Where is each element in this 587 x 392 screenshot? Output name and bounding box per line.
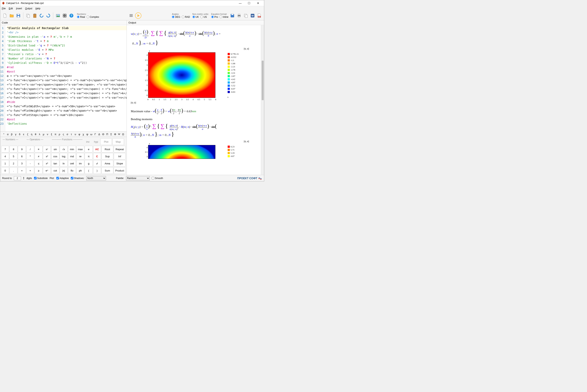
minimize-button[interactable]: —	[236, 0, 245, 6]
key-log[interactable]: log	[60, 153, 68, 160]
shadows-check[interactable]: Shadows:	[71, 177, 85, 180]
key-flo[interactable]: flo	[68, 167, 76, 174]
key-([interactable]: (	[85, 167, 93, 174]
key-tan[interactable]: tan	[51, 160, 59, 167]
adaptive-check[interactable]: Adaptive	[56, 177, 69, 180]
radio-pro[interactable]: Pro	[211, 16, 218, 18]
greek-ν[interactable]: ν	[46, 132, 50, 136]
greek-Γ[interactable]: Γ	[93, 132, 97, 136]
greek-Δ[interactable]: Δ	[97, 132, 101, 136]
key-x²[interactable]: x²	[43, 153, 51, 160]
key-≤[interactable]: ≤	[35, 160, 43, 167]
smooth-check[interactable]: Smooth	[152, 177, 163, 180]
menu-insert[interactable]: Insert	[16, 7, 22, 10]
save-icon[interactable]	[15, 12, 22, 19]
output-scrollbar[interactable]	[261, 25, 264, 175]
key-0[interactable]: 0	[1, 167, 9, 174]
key-g[interactable]: g	[85, 160, 93, 167]
radio-us[interactable]: US	[200, 16, 207, 18]
key-*[interactable]: *	[26, 153, 34, 160]
key--[interactable]: -	[26, 160, 34, 167]
run-icon[interactable]	[135, 12, 141, 19]
substitute-check[interactable]: Substitute	[34, 177, 48, 180]
key-π[interactable]: π	[85, 153, 93, 160]
key-sin[interactable]: sin	[51, 146, 59, 152]
greek-β[interactable]: β	[10, 132, 14, 136]
key-3[interactable]: 3	[18, 160, 26, 167]
key-Slope[interactable]: Slope	[114, 160, 126, 167]
key-4[interactable]: 4	[1, 153, 9, 160]
key-√x[interactable]: √x	[60, 146, 68, 152]
radio-rad[interactable]: RAD	[182, 16, 190, 18]
key-↲[interactable]: ↲	[93, 160, 101, 167]
close-button[interactable]: ✕	[253, 0, 262, 6]
greek-Φ[interactable]: Φ	[113, 132, 117, 136]
greek-σ[interactable]: σ	[66, 132, 69, 136]
key-Area[interactable]: Area	[101, 160, 113, 167]
greek-χ[interactable]: χ	[81, 132, 85, 136]
round-digits-input[interactable]	[14, 176, 21, 180]
key-Repeat[interactable]: Repeat	[114, 146, 126, 152]
key-+[interactable]: +	[26, 167, 34, 174]
greek-ζ[interactable]: ζ	[26, 132, 30, 136]
form-icon[interactable]	[128, 12, 134, 19]
radio-uk[interactable]: UK	[192, 16, 199, 18]
key-AC[interactable]: AC	[93, 146, 101, 152]
key-C[interactable]: C	[93, 153, 101, 160]
image-icon[interactable]	[55, 12, 61, 19]
key-min[interactable]: min	[68, 146, 76, 152]
radio-deg[interactable]: DEG	[172, 16, 180, 18]
menu-edit[interactable]: Edit	[9, 7, 13, 10]
radio-inline[interactable]: Inline	[219, 16, 228, 18]
radio-complex[interactable]: Complex	[87, 16, 99, 18]
greek-ξ[interactable]: ξ	[50, 132, 53, 136]
greek-υ[interactable]: υ	[73, 132, 77, 136]
pdf-icon[interactable]: PDF	[256, 12, 262, 19]
menu-help[interactable]: Help	[35, 7, 40, 10]
key-plot[interactable]: Plot	[100, 138, 112, 145]
copy-output-icon[interactable]	[243, 12, 249, 19]
key-≡[interactable]: ≡	[35, 146, 43, 152]
key-≥[interactable]: ≥	[35, 167, 43, 174]
key-1[interactable]: 1	[1, 160, 9, 167]
key-im[interactable]: im	[76, 160, 84, 167]
palette-select[interactable]: Rainbow	[126, 176, 150, 180]
key-Sum[interactable]: Sum	[101, 167, 113, 174]
key-hyp[interactable]: hyp	[92, 138, 100, 145]
key-5[interactable]: 5	[10, 153, 18, 160]
key-e[interactable]: e	[85, 146, 93, 152]
greek-θ[interactable]: θ	[34, 132, 38, 136]
key-re[interactable]: re	[76, 153, 84, 160]
key-=[interactable]: =	[18, 167, 26, 174]
save-output-icon[interactable]	[229, 12, 235, 19]
key-ln[interactable]: ln	[60, 160, 68, 167]
key-Sup[interactable]: Sup	[101, 153, 113, 160]
greek-Π[interactable]: Π	[105, 132, 109, 136]
direction-select[interactable]: North	[86, 176, 106, 180]
key-eˣ[interactable]: eˣ	[43, 167, 51, 174]
key-rnd[interactable]: rnd	[68, 153, 76, 160]
code-editor[interactable]: 1234567891011121314151617181920212223 "E…	[0, 25, 127, 132]
greek-ω[interactable]: ω	[89, 132, 93, 136]
key-ceil[interactable]: ceil	[68, 160, 76, 167]
maximize-button[interactable]: ☐	[245, 0, 253, 6]
greek-°[interactable]: °	[2, 132, 6, 136]
greek-Σ[interactable]: Σ	[109, 132, 113, 136]
open-icon[interactable]	[9, 12, 15, 19]
menu-file[interactable]: File	[2, 7, 6, 10]
greek-τ[interactable]: τ	[69, 132, 73, 136]
greek-ε[interactable]: ε	[22, 132, 26, 136]
key-ph[interactable]: ph	[76, 167, 84, 174]
key-xʸ[interactable]: xʸ	[43, 146, 51, 152]
key-/[interactable]: /	[26, 146, 34, 152]
menu-output[interactable]: Output	[25, 7, 32, 10]
key-2[interactable]: 2	[10, 160, 18, 167]
spinner-down[interactable]: ▼	[23, 178, 25, 180]
key-9[interactable]: 9	[18, 146, 26, 152]
redo-icon[interactable]	[45, 12, 52, 19]
key-)[interactable]: )	[93, 167, 101, 174]
key-x³[interactable]: x³	[43, 160, 51, 167]
greek-ς[interactable]: ς	[62, 132, 66, 136]
greek-ψ[interactable]: ψ	[85, 132, 89, 136]
key-7[interactable]: 7	[1, 146, 9, 152]
